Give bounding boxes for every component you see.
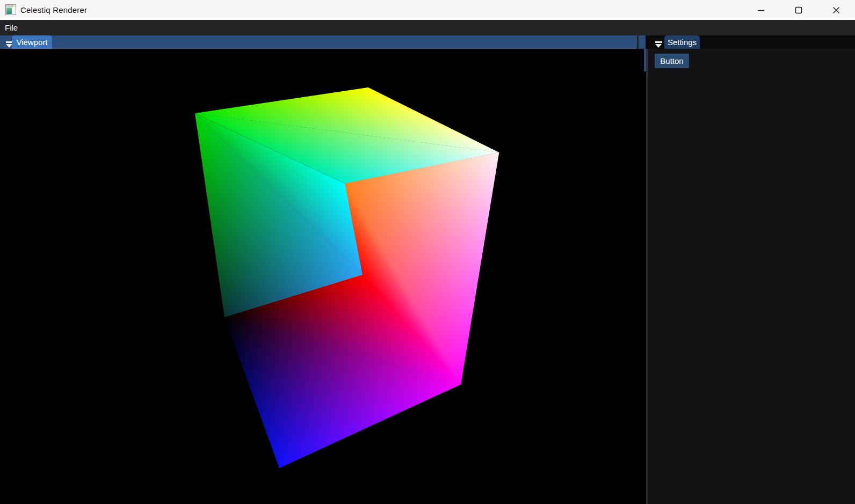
viewport-panel xyxy=(0,49,646,504)
close-button[interactable] xyxy=(817,0,855,20)
settings-collapse-button[interactable] xyxy=(651,38,659,45)
settings-dock-tabbar-edge xyxy=(639,35,646,49)
app-icon-viewport-part xyxy=(6,8,12,14)
tab-settings[interactable]: Settings xyxy=(664,35,700,49)
viewport-dock-tabbar xyxy=(0,35,637,49)
settings-panel xyxy=(648,49,855,504)
minimize-icon xyxy=(757,6,765,14)
maximize-icon xyxy=(795,6,802,14)
window-title: Celestiq Renderer xyxy=(20,0,87,20)
app-icon-titlebar-part xyxy=(6,5,16,7)
app-icon-panel-part xyxy=(12,8,16,14)
close-icon xyxy=(832,6,840,14)
app-icon[interactable] xyxy=(5,4,16,15)
menu-bar: File xyxy=(0,20,855,35)
maximize-button[interactable] xyxy=(780,0,817,20)
minimize-button[interactable] xyxy=(742,0,780,20)
title-bar[interactable]: Celestiq Renderer xyxy=(0,0,855,20)
viewport-collapse-button[interactable] xyxy=(2,38,10,45)
tab-viewport[interactable]: Viewport xyxy=(12,35,52,49)
viewport-canvas[interactable] xyxy=(0,49,646,504)
menu-item-file[interactable]: File xyxy=(0,20,23,35)
settings-button[interactable]: Button xyxy=(655,54,689,68)
